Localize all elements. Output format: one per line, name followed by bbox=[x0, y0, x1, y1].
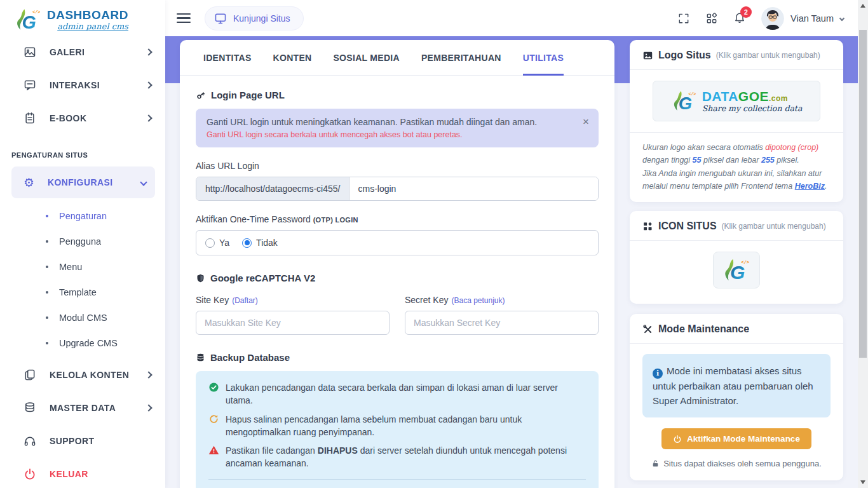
headphones-icon bbox=[24, 435, 36, 447]
otp-options: Ya Tidak bbox=[196, 230, 599, 255]
database-icon bbox=[196, 353, 205, 363]
chevron-down-icon bbox=[839, 15, 844, 20]
sidebar-item-ebook[interactable]: E-BOOK bbox=[0, 102, 165, 135]
backup-tip-3: Pastikan file cadangan DIHAPUS dari serv… bbox=[208, 444, 586, 470]
chevron-right-icon bbox=[145, 404, 152, 411]
menu-toggle-icon[interactable] bbox=[177, 11, 191, 26]
sidebar-item-label: E-BOOK bbox=[50, 113, 146, 123]
notebook-icon bbox=[24, 112, 36, 125]
info-icon: i bbox=[653, 369, 663, 379]
svg-text:</>: </> bbox=[688, 92, 696, 97]
secret-key-guide-link[interactable]: (Baca petunjuk) bbox=[451, 296, 505, 305]
visit-site-button[interactable]: Kunjungi Situs bbox=[205, 6, 304, 30]
image-icon bbox=[642, 50, 653, 61]
site-logo-image[interactable]: G </> DATAGOE.com Share my collection da… bbox=[653, 81, 820, 121]
chat-icon bbox=[24, 79, 36, 92]
maintenance-title: Mode Maintenance bbox=[630, 314, 843, 343]
alias-url-group: http://localhost/datagoecms-ci455/ bbox=[196, 177, 599, 201]
close-icon[interactable]: × bbox=[583, 116, 589, 128]
submenu-label: Template bbox=[59, 287, 97, 297]
sidebar-item-label: KELOLA KONTEN bbox=[50, 370, 146, 380]
tab-konten[interactable]: KONTEN bbox=[273, 40, 312, 76]
sidebar-item-label: MASTER DATA bbox=[50, 403, 146, 413]
brand-tagline: admin panel cms bbox=[57, 22, 128, 30]
chevron-right-icon bbox=[145, 48, 152, 55]
settings-card: IDENTITAS KONTEN SOSIAL MEDIA PEMBERITAH… bbox=[180, 40, 614, 488]
submenu-label: Menu bbox=[59, 262, 82, 272]
submenu-item-template[interactable]: Template bbox=[0, 280, 165, 305]
site-icon-image[interactable]: G </> bbox=[713, 252, 760, 288]
site-logo-wordmark: DATAGOE.com bbox=[702, 90, 803, 103]
submenu-item-pengaturan[interactable]: Pengaturan bbox=[0, 203, 165, 229]
svg-text:</>: </> bbox=[32, 10, 40, 15]
page-scrollbar[interactable] bbox=[858, 0, 868, 488]
dg-logo-icon: G </> bbox=[722, 258, 751, 282]
warning-icon bbox=[208, 445, 219, 456]
otp-radio-ya[interactable]: Ya bbox=[205, 238, 229, 248]
submenu-item-menu[interactable]: Menu bbox=[0, 254, 165, 280]
sidebar-item-interaksi[interactable]: INTERAKSI bbox=[0, 69, 165, 102]
icon-situs-card: ICON SITUS (Klik gambar untuk mengubah) … bbox=[630, 211, 843, 304]
secret-key-input[interactable] bbox=[405, 311, 599, 335]
login-page-url-heading: Login Page URL bbox=[196, 90, 599, 100]
content-area: IDENTITAS KONTEN SOSIAL MEDIA PEMBERITAH… bbox=[165, 36, 858, 488]
sidebar-item-kelola-konten[interactable]: KELOLA KONTEN bbox=[0, 358, 165, 391]
sidebar-item-keluar[interactable]: KELUAR bbox=[0, 458, 165, 488]
sidebar-item-support[interactable]: SUPPORT bbox=[0, 424, 165, 458]
apps-grid-icon[interactable] bbox=[705, 12, 718, 25]
logo-situs-title: Logo Situs (Klik gambar untuk mengubah) bbox=[630, 40, 843, 69]
secret-key-label: Secret Key (Baca petunjuk) bbox=[405, 295, 599, 305]
scroll-down-icon[interactable] bbox=[860, 480, 865, 484]
settings-tabs: IDENTITAS KONTEN SOSIAL MEDIA PEMBERITAH… bbox=[180, 40, 614, 76]
maintenance-status-note: Situs dapat diakses oleh semua pengguna. bbox=[630, 459, 843, 468]
maintenance-info: iMode ini membatasi akses situs untuk pe… bbox=[642, 354, 831, 417]
scroll-up-icon[interactable] bbox=[860, 4, 865, 8]
check-circle-icon bbox=[208, 382, 219, 393]
site-key-label: Site Key (Daftar) bbox=[196, 295, 390, 305]
avatar bbox=[761, 7, 784, 30]
alias-url-input[interactable] bbox=[349, 177, 598, 200]
sidebar-item-master-data[interactable]: MASTER DATA bbox=[0, 391, 165, 424]
svg-text:G: G bbox=[22, 12, 36, 32]
divider bbox=[630, 240, 843, 241]
tab-identitas[interactable]: IDENTITAS bbox=[203, 40, 252, 76]
activate-maintenance-button[interactable]: Aktifkan Mode Maintenance bbox=[661, 428, 811, 449]
bullet-icon bbox=[46, 266, 48, 268]
brand-title: DASHBOARD bbox=[47, 9, 128, 21]
herobiz-link[interactable]: HeroBiz bbox=[795, 182, 825, 191]
submenu-item-pengguna[interactable]: Pengguna bbox=[0, 229, 165, 254]
tab-sosial-media[interactable]: SOSIAL MEDIA bbox=[333, 40, 399, 76]
sidebar-item-label: GALERI bbox=[50, 47, 146, 57]
maintenance-card: Mode Maintenance iMode ini membatasi aks… bbox=[630, 314, 843, 480]
app-logo[interactable]: G </> DASHBOARD admin panel cms bbox=[0, 0, 165, 36]
site-key-register-link[interactable]: (Daftar) bbox=[232, 296, 258, 305]
scrollbar-thumb[interactable] bbox=[859, 30, 867, 358]
unlock-icon bbox=[651, 459, 660, 468]
backup-info-box: Lakukan pencadangan data secara berkala … bbox=[196, 371, 599, 488]
submenu-label: Upgrade CMS bbox=[59, 338, 118, 348]
sidebar-item-galeri[interactable]: GALERI bbox=[0, 36, 165, 69]
tab-utilitas[interactable]: UTILITAS bbox=[523, 40, 564, 76]
radio-checked-icon bbox=[242, 238, 252, 248]
chevron-right-icon bbox=[145, 371, 152, 378]
logo-size-note: Ukuran logo akan secara otomatis dipoton… bbox=[630, 133, 843, 193]
fullscreen-icon[interactable] bbox=[677, 12, 690, 25]
site-key-input[interactable] bbox=[196, 311, 390, 335]
backup-tip-2: Hapus salinan pencadangan lama sebelum m… bbox=[208, 413, 586, 439]
sidebar-item-konfigurasi[interactable]: ⚙ KONFIGURASI bbox=[11, 166, 155, 198]
notifications-button[interactable]: 2 bbox=[733, 11, 746, 26]
user-menu[interactable]: Vian Taum bbox=[761, 7, 844, 30]
alert-subtext: Ganti URL login secara berkala untuk men… bbox=[207, 130, 573, 139]
bullet-icon bbox=[46, 240, 48, 243]
submenu-item-upgrade-cms[interactable]: Upgrade CMS bbox=[0, 330, 165, 356]
dg-logo-icon: G </> bbox=[14, 8, 42, 32]
power-icon bbox=[24, 468, 36, 480]
submenu-item-modul-cms[interactable]: Modul CMS bbox=[0, 305, 165, 330]
submenu-label: Modul CMS bbox=[59, 313, 107, 323]
otp-radio-tidak[interactable]: Tidak bbox=[242, 238, 278, 248]
tab-pemberitahuan[interactable]: PEMBERITAHUAN bbox=[421, 40, 501, 76]
sidebar-item-label: KONFIGURASI bbox=[48, 177, 141, 187]
login-url-alert: Ganti URL login untuk meningkatkan keama… bbox=[196, 109, 599, 147]
sidebar-item-label: SUPPORT bbox=[50, 436, 151, 446]
backup-heading: Backup Database bbox=[196, 352, 599, 363]
